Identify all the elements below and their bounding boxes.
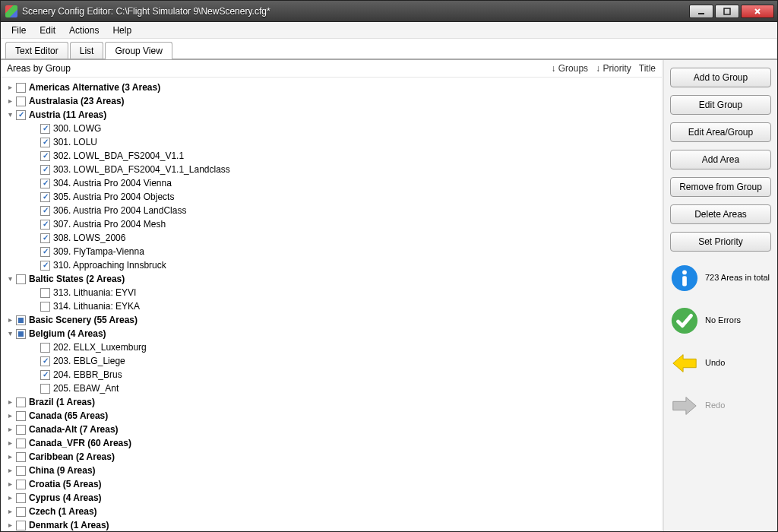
expand-icon[interactable]: ▸ (5, 411, 14, 420)
tree-group[interactable]: ▾Baltic States (2 Areas) (5, 272, 660, 286)
tree-group[interactable]: ▸Croatia (5 Areas) (5, 477, 660, 491)
minimize-button[interactable] (689, 5, 713, 18)
checkbox[interactable] (16, 439, 26, 448)
tree-group[interactable]: ▸Czech (1 Areas) (5, 505, 660, 518)
tree-item[interactable]: 308. LOWS_2006 (30, 231, 660, 245)
col-groups[interactable]: ↓ Groups (551, 63, 588, 74)
checkbox[interactable] (16, 97, 26, 106)
checkbox[interactable] (40, 384, 50, 394)
expand-icon[interactable]: ▸ (5, 315, 14, 325)
maximize-button[interactable] (715, 5, 739, 18)
tree-group[interactable]: ▸Brazil (1 Areas) (5, 395, 660, 409)
tab-list[interactable]: List (70, 42, 104, 59)
checkbox[interactable] (16, 274, 26, 284)
checkbox[interactable] (40, 179, 50, 188)
tab-text-editor[interactable]: Text Editor (5, 42, 68, 59)
tree-item[interactable]: 309. FlyTampa-Vienna (30, 245, 660, 258)
close-button[interactable] (741, 5, 774, 18)
tree-group[interactable]: ▸Basic Scenery (55 Areas) (5, 313, 660, 327)
checkbox[interactable] (40, 370, 50, 380)
col-priority[interactable]: ↓ Priority (596, 63, 631, 74)
checkbox[interactable] (16, 315, 26, 325)
tree-group[interactable]: ▸Caribbean (2 Areas) (5, 450, 660, 464)
tree-group[interactable]: ▸Canada-Alt (7 Areas) (5, 423, 660, 436)
checkbox[interactable] (16, 329, 26, 339)
tree-item[interactable]: 203. EBLG_Liege (30, 354, 660, 368)
collapse-icon[interactable]: ▾ (5, 329, 14, 338)
remove-from-group-button[interactable]: Remove from Group (670, 177, 771, 197)
tree-group[interactable]: ▸Canada (65 Areas) (5, 409, 660, 423)
checkbox[interactable] (40, 247, 50, 257)
expand-icon[interactable]: ▸ (5, 425, 14, 434)
checkbox[interactable] (40, 302, 50, 312)
edit-area-group-button[interactable]: Edit Area/Group (670, 122, 771, 142)
checkbox[interactable] (40, 165, 50, 175)
collapse-icon[interactable]: ▾ (5, 110, 14, 119)
tree-item[interactable]: 204. EBBR_Brus (30, 368, 660, 382)
expand-icon[interactable]: ▸ (5, 97, 14, 106)
tree-group[interactable]: ▸China (9 Areas) (5, 464, 660, 477)
checkbox[interactable] (40, 233, 50, 243)
checkbox[interactable] (16, 521, 26, 530)
checkbox[interactable] (40, 206, 50, 216)
tree-group[interactable]: ▾Belgium (4 Areas) (5, 327, 660, 340)
tab-group-view[interactable]: Group View (105, 42, 172, 59)
expand-icon[interactable]: ▸ (5, 397, 14, 407)
tree-group[interactable]: ▸Denmark (1 Areas) (5, 518, 660, 531)
tree-item[interactable]: 202. ELLX_Luxemburg (30, 340, 660, 354)
menu-help[interactable]: Help (106, 24, 138, 37)
checkbox[interactable] (16, 493, 26, 503)
tree-item[interactable]: 205. EBAW_Ant (30, 382, 660, 395)
checkbox[interactable] (16, 397, 26, 407)
expand-icon[interactable]: ▸ (5, 507, 14, 516)
add-to-group-button[interactable]: Add to Group (670, 68, 771, 87)
checkbox[interactable] (16, 507, 26, 517)
tree-item[interactable]: 310. Approaching Innsbruck (30, 258, 660, 272)
edit-group-button[interactable]: Edit Group (670, 95, 771, 115)
undo-action[interactable]: Undo (670, 349, 771, 378)
checkbox[interactable] (16, 452, 26, 462)
expand-icon[interactable]: ▸ (5, 452, 14, 461)
tree-group[interactable]: ▸Americas Alternative (3 Areas) (5, 81, 660, 94)
tree-item[interactable]: 306. Austria Pro 2004 LandClass (30, 204, 660, 217)
expand-icon[interactable]: ▸ (5, 521, 14, 530)
menu-actions[interactable]: Actions (63, 24, 105, 37)
checkbox[interactable] (40, 356, 50, 366)
tree-item[interactable]: 304. Austria Pro 2004 Vienna (30, 176, 660, 190)
tree-item[interactable]: 301. LOLU (30, 135, 660, 149)
checkbox[interactable] (40, 138, 50, 147)
tree-item[interactable]: 314. Lithuania: EYKA (30, 299, 660, 313)
delete-areas-button[interactable]: Delete Areas (670, 204, 771, 224)
tree-group[interactable]: ▸Cyprus (4 Areas) (5, 491, 660, 505)
expand-icon[interactable]: ▸ (5, 83, 14, 92)
expand-icon[interactable]: ▸ (5, 439, 14, 448)
expand-icon[interactable]: ▸ (5, 480, 14, 489)
add-area-button[interactable]: Add Area (670, 150, 771, 169)
checkbox[interactable] (16, 480, 26, 489)
checkbox[interactable] (40, 220, 50, 230)
tree-item[interactable]: 313. Lithuania: EYVI (30, 286, 660, 299)
collapse-icon[interactable]: ▾ (5, 274, 14, 283)
col-title[interactable]: Title (639, 63, 656, 74)
tree-item[interactable]: 305. Austria Pro 2004 Objects (30, 190, 660, 204)
menu-edit[interactable]: Edit (33, 24, 62, 37)
tree-item[interactable]: 300. LOWG (30, 122, 660, 135)
expand-icon[interactable]: ▸ (5, 466, 14, 475)
tree-group[interactable]: ▾Austria (11 Areas) (5, 108, 660, 122)
tree-item[interactable]: 307. Austria Pro 2004 Mesh (30, 217, 660, 231)
checkbox[interactable] (16, 466, 26, 476)
checkbox[interactable] (40, 288, 50, 298)
checkbox[interactable] (16, 411, 26, 421)
checkbox[interactable] (40, 192, 50, 202)
checkbox[interactable] (40, 151, 50, 161)
checkbox[interactable] (16, 425, 26, 435)
tree-group[interactable]: ▸Canada_VFR (60 Areas) (5, 436, 660, 450)
menu-file[interactable]: File (5, 24, 32, 37)
tree-view[interactable]: ▸Americas Alternative (3 Areas)▸Australa… (1, 78, 662, 531)
tree-item[interactable]: 303. LOWL_BDA_FS2004_V1.1_Landclass (30, 163, 660, 176)
checkbox[interactable] (16, 110, 26, 120)
tree-group[interactable]: ▸Australasia (23 Areas) (5, 94, 660, 108)
expand-icon[interactable]: ▸ (5, 493, 14, 502)
checkbox[interactable] (40, 343, 50, 353)
set-priority-button[interactable]: Set Priority (670, 232, 771, 252)
